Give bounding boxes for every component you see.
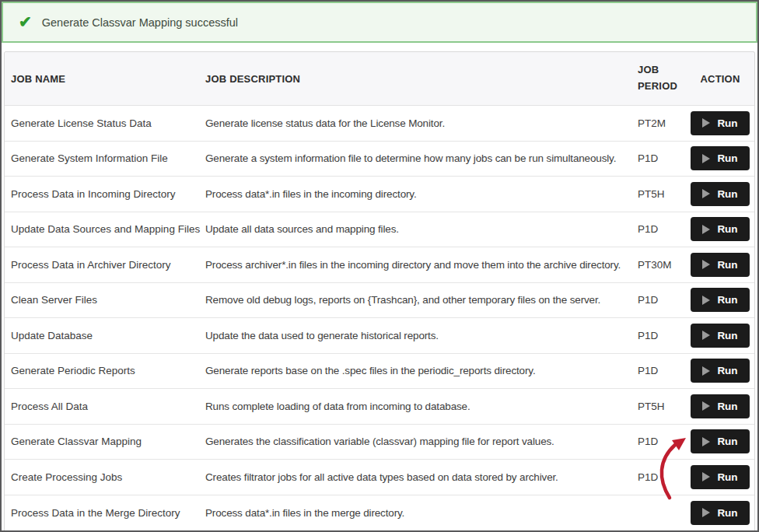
- run-button[interactable]: Run: [691, 288, 750, 312]
- play-icon: [702, 508, 710, 517]
- job-description-cell: Generate a system information file to de…: [205, 152, 638, 164]
- run-button[interactable]: Run: [691, 501, 750, 525]
- run-button[interactable]: Run: [691, 465, 750, 489]
- job-period-cell: P1D: [638, 223, 686, 235]
- job-period-cell: PT5H: [638, 401, 686, 412]
- job-name-cell: Process Data in Archiver Directory: [5, 259, 205, 271]
- action-cell: Run: [686, 288, 754, 312]
- play-icon: [702, 260, 710, 269]
- play-icon: [702, 331, 710, 340]
- job-description-cell: Runs complete loading of data from incom…: [205, 401, 638, 412]
- job-period-cell: P1D: [638, 152, 686, 164]
- job-description-cell: Process archiver*.in files in the incomi…: [205, 259, 638, 271]
- job-name-cell: Generate Periodic Reports: [5, 365, 205, 376]
- run-button[interactable]: Run: [691, 429, 750, 453]
- play-icon: [702, 437, 710, 446]
- column-header-job-description: JOB DESCRIPTION: [205, 73, 638, 85]
- table-row: Process Data in the Merge Directory Proc…: [5, 495, 754, 531]
- job-period-cell: P1D: [638, 330, 686, 341]
- run-button-label: Run: [717, 436, 737, 447]
- action-cell: Run: [686, 253, 754, 277]
- job-description-cell: Generate reports base on the .spec files…: [205, 365, 638, 376]
- table-row: Generate License Status Data Generate li…: [5, 106, 754, 142]
- play-icon: [702, 401, 710, 411]
- run-button-label: Run: [717, 152, 737, 164]
- job-name-cell: Process Data in the Merge Directory: [5, 507, 205, 519]
- run-button-label: Run: [717, 117, 737, 129]
- action-cell: Run: [686, 501, 754, 525]
- job-description-cell: Generates the classification variable (c…: [205, 436, 638, 447]
- jobs-page: { "banner": { "icon": "check-icon", "mes…: [0, 0, 759, 532]
- table-row: Create Processing Jobs Creates filtrator…: [5, 460, 754, 495]
- job-description-cell: Update all data sources and mapping file…: [205, 223, 638, 235]
- play-icon: [702, 296, 710, 305]
- run-button[interactable]: Run: [691, 324, 750, 348]
- play-icon: [702, 472, 710, 481]
- play-icon: [702, 118, 710, 128]
- job-name-cell: Process All Data: [5, 401, 205, 412]
- action-cell: Run: [686, 111, 754, 135]
- table-header-row: JOB NAME JOB DESCRIPTION JOB PERIOD ACTI…: [5, 52, 754, 106]
- run-button[interactable]: Run: [691, 359, 750, 383]
- play-icon: [702, 154, 710, 163]
- run-button-label: Run: [717, 401, 737, 412]
- job-description-cell: Remove old debug logs, reports on {Trash…: [205, 294, 638, 306]
- job-name-cell: Create Processing Jobs: [5, 471, 205, 483]
- run-button[interactable]: Run: [691, 217, 750, 241]
- jobs-table: JOB NAME JOB DESCRIPTION JOB PERIOD ACTI…: [4, 51, 755, 530]
- run-button-label: Run: [717, 188, 737, 200]
- column-header-job-name: JOB NAME: [5, 73, 205, 85]
- table-row: Generate Classvar Mapping Generates the …: [5, 425, 754, 460]
- success-message: Generate Classvar Mapping successful: [42, 16, 238, 29]
- action-cell: Run: [686, 217, 754, 241]
- job-name-cell: Generate License Status Data: [5, 117, 205, 129]
- run-button-label: Run: [717, 223, 737, 235]
- job-period-cell: PT30M: [638, 259, 686, 271]
- job-name-cell: Generate System Information File: [5, 152, 205, 164]
- job-name-cell: Update Database: [5, 330, 205, 341]
- run-button[interactable]: Run: [691, 394, 750, 418]
- job-name-cell: Update Data Sources and Mapping Files: [5, 223, 205, 235]
- table-row: Process Data in Archiver Directory Proce…: [5, 247, 754, 283]
- run-button-label: Run: [717, 365, 737, 376]
- play-icon: [702, 189, 710, 198]
- run-button-label: Run: [717, 507, 737, 519]
- job-description-cell: Process data*.in files in the merge dire…: [205, 507, 638, 519]
- run-button[interactable]: Run: [691, 253, 750, 277]
- job-name-cell: Process Data in Incoming Directory: [5, 188, 205, 200]
- job-description-cell: Process data*.in files in the incoming d…: [205, 188, 638, 200]
- job-period-cell: P1D: [638, 436, 686, 447]
- job-description-cell: Generate license status data for the Lic…: [205, 117, 638, 129]
- run-button[interactable]: Run: [691, 111, 750, 135]
- table-row: Process Data in Incoming Directory Proce…: [5, 177, 754, 212]
- job-name-cell: Generate Classvar Mapping: [5, 436, 205, 447]
- table-body: Generate License Status Data Generate li…: [5, 106, 754, 530]
- action-cell: Run: [686, 465, 754, 489]
- run-button-label: Run: [717, 294, 737, 306]
- column-header-action: ACTION: [686, 73, 754, 85]
- run-button-label: Run: [717, 330, 737, 341]
- table-row: Process All Data Runs complete loading o…: [5, 389, 754, 425]
- job-description-cell: Creates filtrator jobs for all active da…: [205, 471, 638, 483]
- check-icon: ✔: [19, 14, 32, 30]
- action-cell: Run: [686, 429, 754, 453]
- table-row: Update Database Update the data used to …: [5, 318, 754, 354]
- run-button[interactable]: Run: [691, 146, 750, 170]
- table-row: Update Data Sources and Mapping Files Up…: [5, 212, 754, 248]
- action-cell: Run: [686, 146, 754, 170]
- action-cell: Run: [686, 359, 754, 383]
- run-button[interactable]: Run: [691, 182, 750, 206]
- play-icon: [702, 225, 710, 234]
- action-cell: Run: [686, 182, 754, 206]
- job-period-cell: P1D: [638, 365, 686, 376]
- run-button-label: Run: [717, 471, 737, 483]
- column-header-job-period: JOB PERIOD: [638, 62, 686, 95]
- play-icon: [702, 366, 710, 376]
- action-cell: Run: [686, 324, 754, 348]
- job-period-cell: PT2M: [638, 117, 686, 129]
- table-row: Generate System Information File Generat…: [5, 142, 754, 177]
- success-banner: ✔ Generate Classvar Mapping successful: [2, 2, 757, 43]
- job-period-cell: P1D: [638, 294, 686, 306]
- table-row: Clean Server Files Remove old debug logs…: [5, 283, 754, 319]
- job-period-cell: P1D: [638, 471, 686, 483]
